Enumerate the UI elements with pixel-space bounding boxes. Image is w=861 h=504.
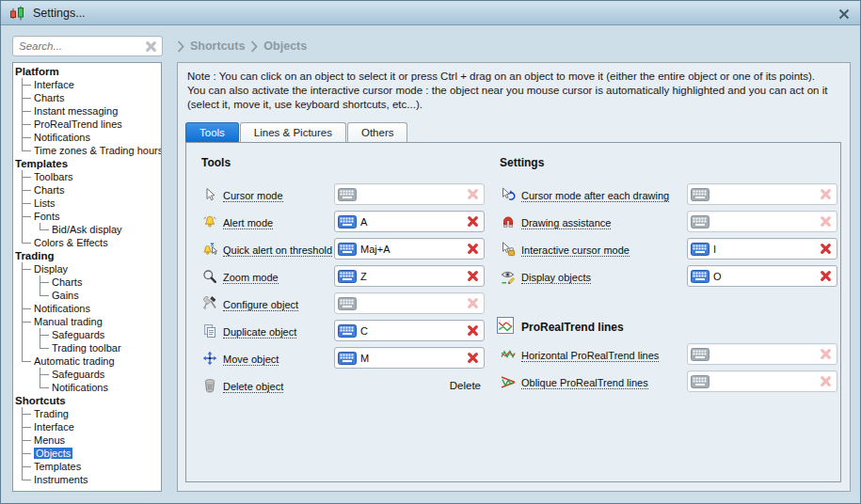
tree-item-prorealtrend-lines[interactable]: ProRealTrend lines — [34, 118, 122, 130]
tree-item-shortcuts-templates[interactable]: Templates — [34, 461, 81, 472]
tree-branch: Bid/Ask display — [40, 223, 161, 236]
clear-shortcut-button[interactable] — [467, 270, 480, 282]
shortcut-label-horizontal-prt[interactable]: Horizontal ProRealTrend lines — [521, 350, 659, 362]
breadcrumb-shortcuts[interactable]: Shortcuts — [190, 39, 245, 53]
clear-shortcut-button[interactable] — [820, 243, 833, 255]
tree-item-instruments[interactable]: Instruments — [34, 474, 88, 485]
tools-column: Tools Cursor mode Al — [199, 143, 485, 399]
shortcut-label-duplicate-object[interactable]: Duplicate object — [223, 326, 296, 339]
shortcut-field-duplicate-object[interactable]: C — [334, 320, 485, 341]
tree-item-trading-notifications[interactable]: Notifications — [34, 303, 90, 314]
tree-node: Safeguards — [40, 328, 161, 341]
clear-shortcut-button[interactable] — [820, 188, 833, 200]
shortcut-field-zoom-mode[interactable]: Z — [334, 265, 485, 287]
tree-item-display-charts[interactable]: Charts — [52, 276, 82, 288]
tree-item-instant-messaging[interactable]: Instant messaging — [34, 105, 118, 117]
tree-item-objects-selected[interactable]: Objects — [34, 448, 72, 459]
title-bar[interactable]: Settings... — [1, 1, 860, 25]
shortcut-field-move-object[interactable]: M — [334, 347, 485, 369]
shortcut-field-alert-mode[interactable]: A — [334, 211, 485, 232]
tree-node: Toolbars — [22, 170, 161, 183]
tree-section-trading[interactable]: Trading — [15, 249, 161, 262]
tree-item-automatic-trading[interactable]: Automatic trading — [34, 355, 115, 367]
tree-branch: Display Charts Gains Notifications Manua… — [22, 262, 161, 394]
clear-shortcut-button[interactable] — [467, 243, 480, 255]
tree-item-charts[interactable]: Charts — [34, 92, 64, 103]
delete-x-icon — [467, 270, 479, 282]
clear-shortcut-button[interactable] — [467, 188, 480, 200]
shortcut-row-duplicate-object: Duplicate object C — [199, 317, 485, 344]
tree-item-lists[interactable]: Lists — [34, 197, 56, 209]
search-box[interactable] — [12, 36, 163, 56]
breadcrumb-objects[interactable]: Objects — [263, 39, 307, 53]
shortcut-label-configure-object[interactable]: Configure object — [223, 299, 298, 311]
clear-shortcut-button[interactable] — [820, 375, 833, 387]
tab-lines-pictures[interactable]: Lines & Pictures — [240, 122, 346, 142]
shortcut-field-cursor-mode[interactable] — [334, 183, 485, 205]
tree-item-manual-trading[interactable]: Manual trading — [34, 316, 103, 327]
shortcut-field-interactive-cursor[interactable]: I — [687, 238, 837, 260]
clear-shortcut-button[interactable] — [467, 297, 480, 309]
tree-item-shortcuts-interface[interactable]: Interface — [34, 421, 74, 433]
shortcut-label-quick-alert[interactable]: Quick alert on threshold — [223, 244, 332, 257]
close-button[interactable] — [837, 7, 852, 22]
cursor-icon — [199, 187, 221, 202]
tree-node: Notifications — [40, 381, 161, 394]
tree-item-shortcuts-trading[interactable]: Trading — [34, 408, 69, 419]
tree-section-platform[interactable]: Platform — [15, 65, 161, 78]
clear-search-button[interactable] — [145, 40, 158, 53]
shortcut-label-cursor-mode[interactable]: Cursor mode — [223, 190, 283, 202]
shortcut-label-interactive-cursor[interactable]: Interactive cursor mode — [521, 244, 630, 257]
tree-item-interface[interactable]: Interface — [34, 79, 74, 90]
clear-shortcut-button[interactable] — [467, 324, 480, 337]
tree-item-display[interactable]: Display — [34, 263, 68, 275]
tree-item-auto-notifications[interactable]: Notifications — [52, 382, 108, 393]
shortcut-label-drawing-assistance[interactable]: Drawing assistance — [521, 217, 611, 229]
clear-shortcut-button[interactable] — [820, 270, 833, 282]
shortcut-field-display-objects[interactable]: O — [687, 265, 837, 287]
shortcut-field-oblique-prt[interactable] — [687, 370, 837, 392]
tree-node: Charts — [22, 91, 161, 104]
clear-shortcut-button[interactable] — [820, 348, 833, 360]
shortcut-field-quick-alert[interactable]: Maj+A — [334, 238, 485, 260]
shortcut-field-cursor-after-drawing[interactable] — [687, 183, 837, 205]
clear-shortcut-button[interactable] — [467, 215, 480, 228]
tree-node: Instruments — [22, 473, 161, 486]
shortcut-label-alert-mode[interactable]: Alert mode — [223, 217, 273, 229]
shortcut-label-move-object[interactable]: Move object — [223, 354, 279, 366]
search-input[interactable] — [13, 40, 145, 52]
shortcut-label-delete-object[interactable]: Delete object — [223, 381, 283, 393]
shortcut-label-display-objects[interactable]: Display objects — [521, 272, 591, 284]
delete-x-icon — [467, 352, 479, 364]
tree-item-menus[interactable]: Menus — [34, 434, 65, 446]
tree-item-manual-safeguards[interactable]: Safeguards — [52, 329, 104, 340]
tree-section-shortcuts[interactable]: Shortcuts — [15, 394, 161, 407]
shortcut-label-zoom-mode[interactable]: Zoom mode — [223, 272, 279, 284]
shortcut-field-configure-object[interactable] — [334, 292, 485, 314]
shortcut-row-cursor-after-drawing: Cursor mode after each drawing — [497, 181, 837, 208]
clear-shortcut-button[interactable] — [467, 352, 480, 364]
prorealtrend-chart-icon — [497, 317, 514, 337]
tree-item-gains[interactable]: Gains — [52, 290, 79, 301]
tree-item-charts-templates[interactable]: Charts — [34, 184, 64, 196]
clear-shortcut-button[interactable] — [820, 215, 833, 228]
tree-item-toolbars[interactable]: Toolbars — [34, 171, 73, 182]
tree-item-notifications[interactable]: Notifications — [34, 132, 90, 143]
tree-item-colors-effects[interactable]: Colors & Effects — [34, 237, 108, 248]
shortcut-field-horizontal-prt[interactable] — [687, 343, 837, 365]
note-text: Note : You can click on an object to sel… — [187, 70, 837, 112]
shortcut-field-drawing-assistance[interactable] — [687, 211, 837, 232]
tree-item-time-zones[interactable]: Time zones & Trading hours — [34, 145, 162, 156]
tab-others[interactable]: Others — [347, 122, 408, 142]
tree-item-bid-ask-display[interactable]: Bid/Ask display — [52, 224, 122, 235]
shortcut-row-horizontal-prt: Horizontal ProRealTrend lines — [497, 340, 837, 368]
tab-tools[interactable]: Tools — [185, 122, 239, 142]
tree-item-fonts[interactable]: Fonts — [34, 211, 60, 222]
tree-item-trading-toolbar[interactable]: Trading toolbar — [52, 342, 121, 354]
delete-x-icon — [467, 243, 479, 255]
tree-section-templates[interactable]: Templates — [15, 157, 161, 170]
shortcut-label-oblique-prt[interactable]: Oblique ProRealTrend lines — [521, 377, 648, 389]
shortcut-row-oblique-prt: Oblique ProRealTrend lines — [497, 368, 837, 395]
tree-item-auto-safeguards[interactable]: Safeguards — [52, 369, 104, 380]
shortcut-label-cursor-after-drawing[interactable]: Cursor mode after each drawing — [521, 190, 669, 202]
